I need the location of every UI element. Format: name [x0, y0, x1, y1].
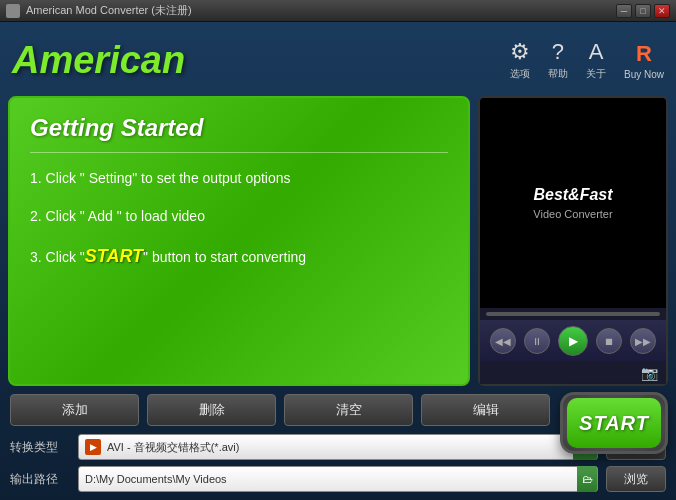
video-panel: Best&Fast Video Converter ◀◀ ⏸ ▶ ⏹ ▶▶ 📷 [478, 96, 668, 386]
getting-started-title: Getting Started [30, 114, 448, 142]
start-highlight: START [85, 246, 143, 266]
video-screen: Best&Fast Video Converter [480, 98, 666, 308]
buynow-icon: R [636, 41, 652, 67]
close-button[interactable]: ✕ [654, 4, 670, 18]
maximize-button[interactable]: □ [635, 4, 651, 18]
video-controls: ◀◀ ⏸ ▶ ⏹ ▶▶ [480, 320, 666, 362]
start-button-big[interactable]: START [560, 392, 668, 454]
rewind-button[interactable]: ◀◀ [490, 328, 516, 354]
title-bar-controls: ─ □ ✕ [616, 4, 670, 18]
main-container: American ⚙ 选项 ? 帮助 A 关于 R Buy Now Gettin… [0, 22, 676, 500]
step-3-after: " button to start converting [143, 249, 306, 265]
play-button[interactable]: ▶ [558, 326, 588, 356]
app-icon [6, 4, 20, 18]
about-label: 关于 [586, 67, 606, 81]
getting-started-steps: 1. Click " Setting" to set the output op… [30, 169, 448, 269]
getting-started-panel: Getting Started 1. Click " Setting" to s… [8, 96, 470, 386]
help-icon: ? [552, 39, 564, 65]
format-icon: ▶ [85, 439, 101, 455]
step-1-text: 1. Click " Setting" to set the output op… [30, 170, 291, 186]
stop-button[interactable]: ⏹ [596, 328, 622, 354]
header-buttons: ⚙ 选项 ? 帮助 A 关于 R Buy Now [510, 39, 664, 81]
format-text: AVI - 音视频交错格式(*.avi) [107, 440, 239, 455]
type-label: 转换类型 [10, 439, 70, 456]
help-header-button[interactable]: ? 帮助 [548, 39, 568, 81]
title-bar: American Mod Converter (未注册) ─ □ ✕ [0, 0, 676, 22]
clear-button[interactable]: 清空 [284, 394, 413, 426]
step-1: 1. Click " Setting" to set the output op… [30, 169, 448, 189]
content-area: Getting Started 1. Click " Setting" to s… [8, 96, 668, 386]
pause-button[interactable]: ⏸ [524, 328, 550, 354]
video-logo-line2: Video Converter [533, 208, 612, 220]
getting-started-divider [30, 152, 448, 153]
video-logo-line1: Best&Fast [533, 186, 612, 204]
step-3-before: 3. Click " [30, 249, 85, 265]
path-browse-icon[interactable]: 🗁 [577, 466, 597, 492]
forward-button[interactable]: ▶▶ [630, 328, 656, 354]
start-button-inner: START [567, 398, 661, 448]
settings-header-button[interactable]: ⚙ 选项 [510, 39, 530, 81]
minimize-button[interactable]: ─ [616, 4, 632, 18]
settings-label: 选项 [510, 67, 530, 81]
path-label: 输出路径 [10, 471, 70, 488]
edit-button[interactable]: 编辑 [421, 394, 550, 426]
step-3: 3. Click "START" button to start convert… [30, 244, 448, 269]
format-select[interactable]: ▶ AVI - 音视频交错格式(*.avi) ▼ [78, 434, 598, 460]
path-value: D:\My Documents\My Videos [85, 473, 577, 485]
browse-button[interactable]: 浏览 [606, 466, 666, 492]
settings-icon: ⚙ [510, 39, 530, 65]
camera-icon-row: 📷 [480, 362, 666, 384]
delete-button[interactable]: 删除 [147, 394, 276, 426]
start-label: START [579, 412, 649, 435]
video-progress-bar[interactable] [486, 312, 660, 316]
path-input[interactable]: D:\My Documents\My Videos 🗁 [78, 466, 598, 492]
add-button[interactable]: 添加 [10, 394, 139, 426]
path-row: 输出路径 D:\My Documents\My Videos 🗁 浏览 [8, 466, 668, 492]
buynow-label: Buy Now [624, 69, 664, 80]
camera-icon[interactable]: 📷 [641, 365, 658, 381]
step-2: 2. Click " Add " to load video [30, 207, 448, 227]
about-header-button[interactable]: A 关于 [586, 39, 606, 81]
title-bar-text: American Mod Converter (未注册) [26, 3, 192, 18]
logo: American [12, 39, 185, 82]
header: American ⚙ 选项 ? 帮助 A 关于 R Buy Now [8, 30, 668, 90]
title-bar-left: American Mod Converter (未注册) [6, 3, 192, 18]
help-label: 帮助 [548, 67, 568, 81]
video-progress-wrapper [480, 308, 666, 320]
about-icon: A [589, 39, 604, 65]
step-2-text: 2. Click " Add " to load video [30, 208, 205, 224]
buynow-header-button[interactable]: R Buy Now [624, 41, 664, 80]
